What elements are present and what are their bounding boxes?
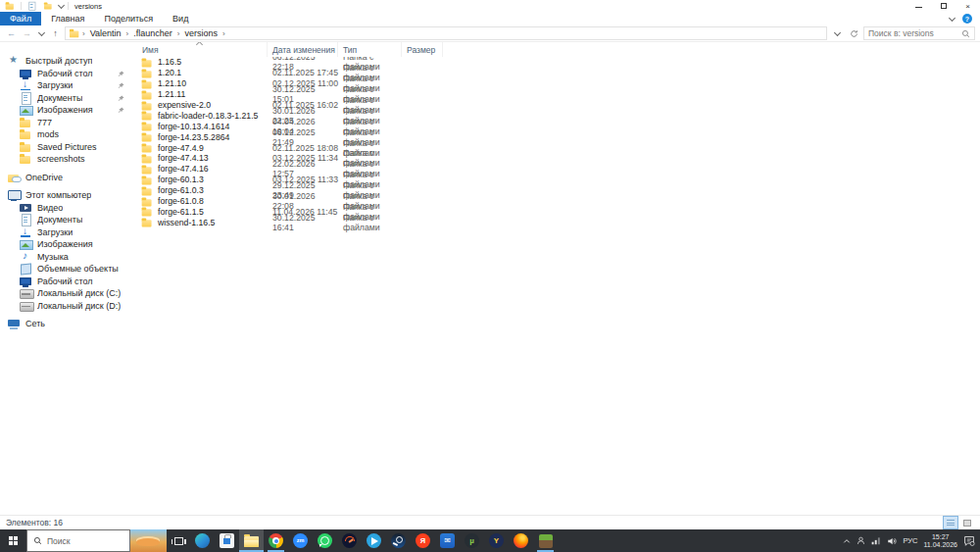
file-row[interactable]: wissend-1.16.530.12.2025 16:41Папка с фа… bbox=[130, 217, 980, 227]
breadcrumb-item-valentin[interactable]: Valentin bbox=[86, 28, 125, 38]
sidebar-item-label: Музыка bbox=[37, 252, 69, 262]
search-input[interactable] bbox=[868, 28, 958, 38]
sidebar-item-objects3d[interactable]: Объемные объекты bbox=[0, 263, 130, 276]
taskbar-search-box[interactable] bbox=[26, 529, 130, 552]
sidebar-item-video[interactable]: Видео bbox=[0, 202, 130, 215]
breadcrumb[interactable]: › Valentin › .flauncher › versions › bbox=[65, 26, 827, 40]
taskbar-app-yandex-browser[interactable]: Я bbox=[411, 529, 435, 552]
ribbon-tabs: Файл Главная Поделиться Вид ? bbox=[0, 12, 980, 25]
file-explorer-window: versions × Файл Главная Поделиться Вид ?… bbox=[0, 0, 980, 529]
file-row[interactable]: forge-60.1.303.12.2025 11:33Папка с файл… bbox=[130, 175, 980, 185]
sidebar-item-777[interactable]: 777 bbox=[0, 117, 130, 129]
sidebar-item-mods[interactable]: mods bbox=[0, 128, 130, 141]
taskbar-app-firefox[interactable] bbox=[509, 529, 533, 552]
taskbar-search-input[interactable] bbox=[47, 536, 123, 546]
sidebar-item-downloads-2[interactable]: Загрузки bbox=[0, 226, 130, 239]
file-row[interactable]: forge-61.1.511.04.2026 11:45Папка с файл… bbox=[130, 206, 980, 217]
language-indicator[interactable]: РУС bbox=[903, 536, 917, 545]
tab-file[interactable]: Файл bbox=[0, 12, 41, 25]
sidebar-item-pictures-2[interactable]: Изображения bbox=[0, 238, 130, 251]
file-row[interactable]: 1.20.102.11.2025 17:45Папка с файлами bbox=[130, 68, 980, 78]
disk-icon bbox=[20, 287, 32, 299]
taskbar-app-store[interactable] bbox=[215, 529, 239, 552]
sidebar-item-desktop[interactable]: Рабочий стол bbox=[0, 68, 130, 80]
taskbar-app-gauge-app[interactable] bbox=[337, 529, 362, 552]
taskbar-app-utorrent[interactable]: µ bbox=[460, 529, 484, 552]
file-row[interactable]: forge-47.4.1622.02.2026 12:57Папка с фай… bbox=[130, 164, 980, 175]
qat-new-folder-button[interactable] bbox=[44, 2, 53, 10]
file-name-cell: 1.21.11 bbox=[130, 89, 268, 100]
sidebar-item-disk-c[interactable]: Локальный диск (C:) bbox=[0, 287, 130, 300]
details-view-button[interactable] bbox=[944, 517, 957, 528]
start-button[interactable] bbox=[0, 529, 26, 552]
file-row[interactable]: 1.21.1002.12.2025 11:00Папка с файлами bbox=[130, 78, 980, 89]
sidebar-section-network[interactable]: Сеть bbox=[0, 318, 130, 330]
column-header-size[interactable]: Размер bbox=[402, 42, 443, 57]
taskbar-app-explorer[interactable] bbox=[239, 529, 264, 552]
file-row[interactable]: 1.16.506.12.2025 22:18Папка с файлами bbox=[130, 57, 980, 68]
help-button[interactable]: ? bbox=[962, 14, 972, 24]
widgets-button[interactable] bbox=[130, 529, 167, 552]
tab-share[interactable]: Поделиться bbox=[94, 12, 163, 25]
volume-icon[interactable] bbox=[887, 536, 897, 546]
file-row[interactable]: forge-61.0.830.01.2026 22:08Папка с файл… bbox=[130, 196, 980, 207]
up-button[interactable]: ↑ bbox=[49, 28, 62, 38]
sidebar-item-documents[interactable]: Документы bbox=[0, 92, 130, 105]
sidebar-item-saved-pictures[interactable]: Saved Pictures bbox=[0, 141, 130, 154]
forward-button[interactable]: → bbox=[21, 28, 33, 38]
sidebar-item-screenshots[interactable]: screenshots bbox=[0, 153, 130, 166]
taskbar-app-zoom[interactable]: zm bbox=[288, 529, 313, 552]
tab-home[interactable]: Главная bbox=[41, 12, 94, 25]
file-row[interactable]: expensive-2.002.11.2025 16:02Папка с фай… bbox=[130, 100, 980, 111]
file-row[interactable]: forge-47.4.1303.12.2025 11:34Папка с фай… bbox=[130, 153, 980, 164]
qat-customize-dropdown[interactable] bbox=[58, 1, 65, 8]
tab-view[interactable]: Вид bbox=[163, 12, 198, 25]
file-row[interactable]: fabric-loader-0.18.3-1.21.530.01.2026 22… bbox=[130, 110, 980, 121]
breadcrumb-item-flauncher[interactable]: .flauncher bbox=[129, 28, 176, 38]
taskbar-app-telegram[interactable] bbox=[362, 529, 386, 552]
sidebar-section-quick-access[interactable]: Быстрый доступ bbox=[0, 55, 130, 68]
minimize-button[interactable] bbox=[906, 0, 931, 12]
y-app-icon: Y bbox=[489, 533, 504, 548]
sidebar-section-this-pc[interactable]: Этот компьютер bbox=[0, 189, 130, 202]
file-row[interactable]: forge-47.4.902.11.2025 18:08Папка с файл… bbox=[130, 142, 980, 153]
desktop-icon bbox=[20, 276, 32, 287]
taskbar-app-edge[interactable] bbox=[190, 529, 215, 552]
task-view-button[interactable] bbox=[167, 529, 190, 552]
file-row[interactable]: forge-10.13.4.161404.04.2026 19:04Папка … bbox=[130, 121, 980, 131]
sidebar-item-disk-d[interactable]: Локальный диск (D:) bbox=[0, 300, 130, 313]
recent-locations-dropdown[interactable] bbox=[36, 32, 46, 35]
file-row[interactable]: forge-14.23.5.286406.12.2025 21:49Папка … bbox=[130, 131, 980, 142]
refresh-button[interactable] bbox=[847, 29, 860, 38]
taskbar-app-mail[interactable]: ✉ bbox=[435, 529, 460, 552]
taskbar-app-whatsapp[interactable] bbox=[313, 529, 337, 552]
taskbar-app-y-app[interactable]: Y bbox=[484, 529, 509, 552]
taskbar-app-chrome[interactable] bbox=[264, 529, 288, 552]
ribbon-expand-icon[interactable] bbox=[949, 14, 956, 21]
sidebar-item-downloads[interactable]: Загрузки bbox=[0, 79, 130, 92]
sidebar-item-music[interactable]: Музыка bbox=[0, 251, 130, 264]
sidebar-section-onedrive[interactable]: OneDrive bbox=[0, 172, 130, 184]
search-box[interactable] bbox=[863, 26, 975, 40]
back-button[interactable]: ← bbox=[5, 28, 18, 38]
hidden-icons-chevron[interactable] bbox=[843, 538, 851, 544]
taskbar-app-minecraft[interactable] bbox=[533, 529, 558, 552]
restore-button[interactable] bbox=[931, 0, 956, 12]
sidebar-item-desktop-2[interactable]: Рабочий стол bbox=[0, 276, 130, 288]
column-header-type[interactable]: Тип bbox=[338, 42, 402, 57]
address-dropdown[interactable] bbox=[830, 32, 844, 35]
close-button[interactable]: × bbox=[956, 0, 980, 12]
column-header-date[interactable]: Дата изменения bbox=[268, 42, 338, 57]
breadcrumb-item-versions[interactable]: versions bbox=[180, 28, 221, 38]
action-center-button[interactable] bbox=[963, 535, 975, 546]
file-row[interactable]: 1.21.1130.12.2025 15:01Папка с файлами bbox=[130, 89, 980, 100]
thumbnails-view-button[interactable] bbox=[960, 517, 974, 528]
sidebar-item-pictures[interactable]: Изображения bbox=[0, 104, 130, 117]
network-icon[interactable] bbox=[871, 536, 881, 545]
clock[interactable]: 15:27 11.04.2026 bbox=[923, 533, 957, 549]
qat-properties-button[interactable] bbox=[27, 2, 36, 10]
taskbar-app-steam[interactable] bbox=[386, 529, 411, 552]
file-row[interactable]: forge-61.0.329.12.2025 23:49Папка с файл… bbox=[130, 185, 980, 196]
sidebar-item-documents-2[interactable]: Документы bbox=[0, 214, 130, 226]
user-status-icon[interactable] bbox=[857, 536, 865, 545]
